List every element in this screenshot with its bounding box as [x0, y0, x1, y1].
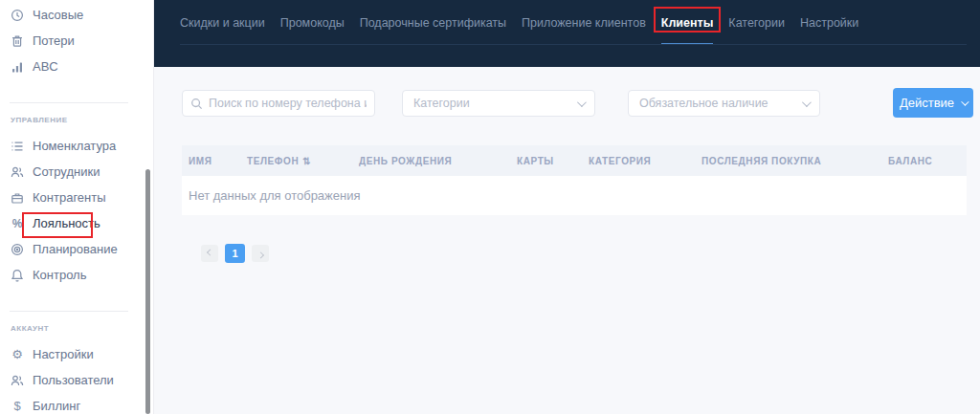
column-header-birthday: ДЕНЬ РОЖДЕНИЯ [359, 145, 452, 176]
app-root: Часовые Потери ABC УП [0, 0, 980, 414]
select-value: Обязательное наличие [639, 97, 768, 110]
sidebar-item-label: Настройки [33, 347, 94, 361]
chevron-down-icon [577, 98, 587, 107]
pagination-page-1[interactable]: 1 [225, 244, 245, 263]
pagination-prev-button[interactable] [201, 245, 218, 262]
sidebar-item-polzovateli[interactable]: Пользователи [0, 367, 153, 393]
sidebar-section-title: УПРАВЛЕНИЕ [11, 116, 153, 124]
sidebar-item-label: Сотрудники [33, 164, 100, 179]
people-icon [10, 373, 25, 388]
sidebar-item-label: Часовые [33, 8, 83, 22]
pagination: 1 [201, 244, 276, 263]
main-area: Скидки и акции Промокоды Подарочные серт… [154, 0, 980, 414]
chevron-down-icon [961, 98, 969, 105]
sidebar-item-nomenklatura[interactable]: Номенклатура [0, 133, 153, 159]
sidebar-item-label: Контроль [33, 268, 86, 282]
action-button[interactable]: Действие [893, 88, 973, 118]
clock-icon [10, 8, 25, 23]
sidebar-item-label: Биллинг [33, 399, 80, 413]
bar-chart-icon [10, 59, 25, 75]
dollar-icon: $ [10, 399, 25, 414]
sidebar-item-loyalnost[interactable]: % Лояльность [0, 210, 153, 236]
column-header-name: ИМЯ [189, 145, 212, 176]
briefcase-icon [10, 190, 25, 206]
sidebar-item-label: Потери [33, 33, 75, 48]
category-select[interactable]: Категории [402, 90, 595, 117]
filters-bar: Категории Обязательное наличие Действие [154, 67, 980, 145]
tabs-nav: Скидки и акции Промокоды Подарочные серт… [180, 0, 874, 45]
pagination-next-button[interactable] [252, 245, 269, 262]
sidebar-item-label: Пользователи [33, 373, 114, 387]
chevron-down-icon [802, 98, 812, 107]
tab-kategorii[interactable]: Категории [728, 0, 785, 45]
clients-table: ИМЯ ТЕЛЕФОН ⇅ ДЕНЬ РОЖДЕНИЯ КАРТЫ КАТЕГО… [182, 145, 967, 215]
sidebar-item-planirovanie[interactable]: Планирование [0, 236, 153, 262]
search-input[interactable] [209, 97, 367, 110]
column-header-label: ТЕЛЕФОН [247, 156, 299, 166]
percent-icon: % [10, 216, 25, 231]
select-value: Категории [413, 97, 470, 110]
column-header-balance: БАЛАНС [888, 145, 932, 176]
sidebar-item-label: Номенклатура [33, 139, 116, 153]
presence-select[interactable]: Обязательное наличие [628, 90, 820, 117]
people-icon [10, 164, 25, 180]
sidebar-item-billing[interactable]: $ Биллинг [0, 393, 153, 414]
tab-klienty[interactable]: Клиенты [661, 0, 714, 45]
sort-icon: ⇅ [302, 156, 310, 166]
bell-icon [10, 268, 25, 283]
empty-state-text: Нет данных для отображения [189, 188, 361, 203]
sidebar-item-label: Планирование [33, 242, 118, 256]
sidebar-item-nastroyki[interactable]: ⚙ Настройки [0, 341, 153, 367]
table-header-row: ИМЯ ТЕЛЕФОН ⇅ ДЕНЬ РОЖДЕНИЯ КАРТЫ КАТЕГО… [182, 145, 967, 176]
sidebar-section-title: АККАУНТ [11, 324, 153, 333]
sidebar-item-chasovye[interactable]: Часовые [0, 2, 153, 28]
top-tab-bar: Скидки и акции Промокоды Подарочные серт… [154, 0, 980, 67]
sidebar-divider [10, 311, 128, 312]
sidebar-scrollbar[interactable] [145, 169, 150, 414]
tab-podarochnye-sertifikaty[interactable]: Подарочные сертификаты [360, 0, 506, 45]
sidebar-item-label: Лояльность [33, 216, 100, 230]
column-header-category: КАТЕГОРИЯ [589, 145, 651, 176]
tab-prilozhenie-klientov[interactable]: Приложение клиентов [522, 0, 646, 45]
target-icon [10, 242, 25, 257]
list-icon [10, 139, 25, 154]
column-header-phone[interactable]: ТЕЛЕФОН ⇅ [247, 145, 311, 176]
sidebar-item-poteri[interactable]: Потери [0, 28, 153, 54]
gear-icon: ⚙ [10, 347, 25, 362]
tab-nastroyki[interactable]: Настройки [800, 0, 858, 45]
sidebar-item-abc[interactable]: ABC [0, 54, 153, 79]
action-button-label: Действие [900, 96, 954, 110]
sidebar: Часовые Потери ABC УП [0, 0, 154, 414]
tab-promokody[interactable]: Промокоды [280, 0, 345, 45]
tab-skidki-i-akcii[interactable]: Скидки и акции [180, 0, 265, 45]
sidebar-item-label: ABC [33, 59, 58, 74]
sidebar-divider [10, 102, 128, 103]
column-header-cards: КАРТЫ [517, 145, 554, 176]
trash-icon [10, 33, 25, 49]
sidebar-item-sotrudniki[interactable]: Сотрудники [0, 159, 153, 185]
chevron-right-icon [256, 251, 263, 258]
sidebar-item-kontragenty[interactable]: Контрагенты [0, 185, 153, 210]
tab-label: Клиенты [661, 16, 714, 30]
sidebar-item-label: Контрагенты [33, 190, 106, 205]
chevron-left-icon [206, 249, 212, 255]
tabs-divider [180, 44, 967, 45]
sidebar-item-kontrol[interactable]: Контроль [0, 262, 153, 288]
column-header-last-purchase: ПОСЛЕДНЯЯ ПОКУПКА [702, 145, 821, 176]
table-empty-row: Нет данных для отображения [182, 176, 967, 215]
search-input-wrapper [182, 90, 375, 117]
search-icon [190, 98, 203, 110]
